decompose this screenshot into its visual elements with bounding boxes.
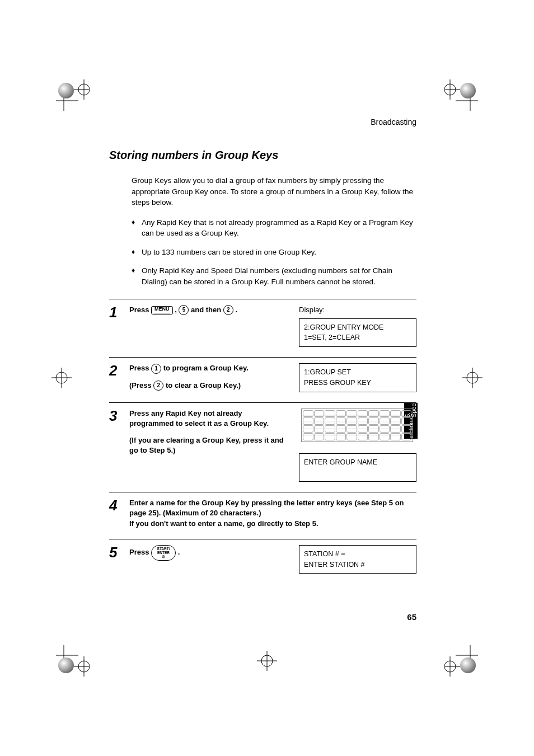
crop-mark-icon [250,644,284,678]
sphere-icon [58,658,74,673]
step-number: 2 [109,363,123,392]
step-number: 4 [109,498,123,529]
key-1-icon: 1 [151,364,161,374]
crop-mark-icon [45,361,78,395]
bullet-item: Any Rapid Key that is not already progra… [132,217,416,239]
step-instruction: Press 1 to program a Group Key. (Press 2… [129,363,288,392]
rapid-key-panel-icon [301,408,413,442]
step-2: 2 Press 1 to program a Group Key. (Press… [109,357,416,402]
page-number: 65 [407,612,416,622]
display-line: STATION # = [304,549,411,560]
bullet-list: Any Rapid Key that is not already progra… [132,217,416,288]
steps-list: 1 Press MENU , 5 and then 2 . Display: 2… [109,299,416,584]
sphere-icon [460,658,476,673]
start-enter-key-icon: START/ ENTER ⊙ [151,545,176,561]
menu-key-icon: MENU [151,306,173,314]
display-box: 1:GROUP SET PRESS GROUP KEY [299,363,416,392]
display-label: Display: [299,305,416,315]
display-line: 2:GROUP ENTRY MODE [304,322,411,333]
bullet-item: Only Rapid Key and Speed Dial numbers (e… [132,265,416,287]
step-4: 4 Enter a name for the Group Key by pres… [109,492,416,539]
intro-paragraph: Group Keys allow you to dial a group of … [132,175,416,208]
page-content: Broadcasting Storing numbers in Group Ke… [109,118,416,622]
display-line: ENTER STATION # [304,560,411,570]
bullet-item: Up to 133 numbers can be stored in one G… [132,247,416,258]
step-instruction: Enter a name for the Group Key by pressi… [129,498,416,529]
display-line: 1=SET, 2=CLEAR [304,332,411,343]
step-instruction: Press MENU , 5 and then 2 . [129,305,288,348]
display-box: ENTER GROUP NAME [299,453,416,482]
key-5-icon: 5 [179,305,189,315]
display-box: STATION # = ENTER STATION # [299,545,416,574]
running-head: Broadcasting [109,118,416,126]
section-title: Storing numbers in Group Keys [109,149,416,162]
step-5: 5 Press START/ ENTER ⊙ . STATION # = ENT… [109,539,416,584]
display-line: 1:GROUP SET [304,367,411,378]
step-3: 3 Press any Rapid Key not already progra… [109,402,416,492]
step-instruction: Press START/ ENTER ⊙ . [129,545,288,574]
step-number: 3 [109,408,123,482]
step-1: 1 Press MENU , 5 and then 2 . Display: 2… [109,299,416,358]
step-instruction: Press any Rapid Key not already programm… [129,408,288,482]
display-box: 2:GROUP ENTRY MODE 1=SET, 2=CLEAR [299,318,416,348]
key-2-icon: 2 [223,305,233,315]
display-line [304,467,411,478]
step-number: 1 [109,305,123,348]
sphere-icon [460,83,476,98]
display-line: ENTER GROUP NAME [304,457,411,468]
key-2-icon: 2 [153,381,163,391]
display-line: PRESS GROUP KEY [304,378,411,388]
step-number: 5 [109,545,123,574]
crop-mark-icon [456,361,489,395]
sphere-icon [58,83,74,98]
